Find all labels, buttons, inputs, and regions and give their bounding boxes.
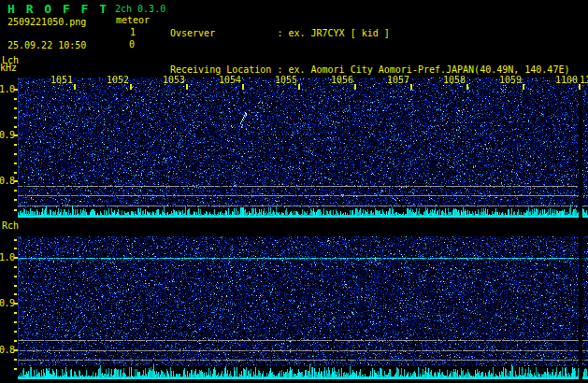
time-tick (298, 84, 300, 90)
time-tick (186, 84, 188, 90)
time-tick (466, 84, 468, 90)
observer-line: Ovserver : ex. JR7CYX [ kid ] (170, 27, 588, 39)
time-label: 1051 (50, 76, 73, 85)
time-label: 1056 (331, 76, 353, 85)
freq-tick-minor (14, 199, 17, 201)
rch-channel-label: Rch (2, 221, 19, 230)
lch-unit-label: kHz (0, 64, 17, 72)
time-label: 1100 (555, 76, 578, 85)
time-label: 1053 (163, 76, 185, 85)
meteor-count-lch: 1 (130, 27, 136, 37)
time-tick (130, 84, 132, 90)
datetime-label: 25.09.22 10:50 (7, 40, 86, 50)
freq-tick-minor (14, 359, 17, 361)
freq-tick-minor (14, 144, 17, 146)
freq-tick-minor (14, 126, 17, 128)
freq-tick-minor (14, 266, 17, 268)
freq-tick-minor (14, 285, 17, 287)
freq-tick-minor (14, 239, 17, 241)
hrofft-window: H R O F F T 2ch 0.3.0 2509221050.png met… (0, 0, 588, 383)
freq-tick-minor (14, 340, 17, 342)
time-label-partial: 11 (580, 76, 588, 85)
time-label: 1055 (275, 76, 297, 85)
meteor-label: meteor (116, 15, 150, 25)
app-title: H R O F F T (7, 3, 108, 15)
app-version: 2ch 0.3.0 (115, 4, 165, 14)
freq-tick-minor (14, 153, 17, 155)
time-label: 1052 (107, 76, 129, 85)
time-label: 1057 (387, 76, 409, 85)
freq-tick-minor (14, 276, 17, 277)
freq-tick-minor (14, 190, 17, 192)
freq-tick-minor (14, 98, 17, 100)
time-tick (410, 84, 412, 90)
rch-spectrogram-canvas (18, 236, 588, 380)
freq-tick-minor (14, 172, 17, 174)
freq-tick-minor (14, 163, 17, 164)
freq-tick-minor (14, 117, 17, 119)
filename-label: 2509221050.png (7, 17, 86, 27)
time-tick (74, 84, 76, 90)
time-tick (354, 84, 356, 90)
freq-tick-minor (14, 293, 17, 295)
time-label: 1054 (219, 76, 241, 85)
time-label: 1059 (499, 76, 522, 85)
freq-tick-minor (14, 321, 17, 323)
freq-tick-minor (14, 331, 17, 333)
freq-tick-minor (14, 209, 17, 211)
time-tick (242, 84, 244, 90)
freq-tick-minor (14, 312, 17, 314)
meteor-count-rch: 0 (129, 39, 135, 50)
time-tick (523, 84, 524, 90)
lch-spectrogram-canvas (18, 78, 588, 218)
freq-tick-minor (14, 107, 17, 109)
freq-tick-minor (14, 368, 17, 370)
time-label: 1058 (443, 76, 466, 85)
freq-tick-minor (14, 248, 17, 249)
